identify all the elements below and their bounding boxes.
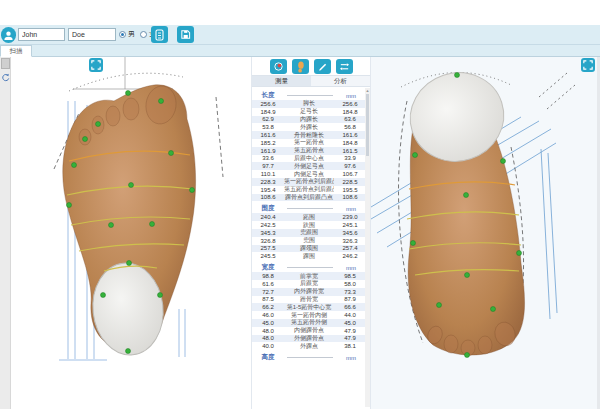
measurement-row[interactable]: 40.0外踝点38.1 (252, 342, 366, 350)
scrollbar-thumb[interactable] (366, 94, 369, 156)
collapsed-panel-icon[interactable] (1, 58, 10, 69)
edit-button[interactable] (314, 59, 331, 74)
measurement-value: 98.5 (334, 273, 366, 279)
measurement-value: 56.8 (334, 124, 366, 130)
measurement-value: 87.9 (334, 296, 366, 302)
measurement-value: 110.1 (252, 171, 284, 177)
measurement-value: 40.0 (252, 343, 284, 349)
save-icon (180, 29, 191, 40)
compare-button[interactable] (336, 59, 353, 74)
measurement-value: 108.6 (252, 194, 284, 200)
measurement-value: 195.4 (252, 187, 284, 193)
panel-tabs: 测量 分析 (252, 75, 370, 87)
measurement-value: 184.8 (334, 140, 366, 146)
measurement-value: 345.6 (334, 230, 366, 236)
measurement-table: 长度mm256.6脚长256.6184.9足弓长184.862.9内踝长63.6… (252, 88, 366, 409)
foot-tool-button[interactable] (292, 59, 309, 74)
measurement-row[interactable]: 108.6踝骨点到后跟凸点108.6 (252, 194, 366, 202)
compare-icon (339, 61, 350, 72)
measurement-row[interactable]: 245.5踝围246.2 (252, 252, 366, 260)
tab-scan[interactable]: 扫描 (0, 45, 32, 57)
landmark-button[interactable] (270, 59, 287, 74)
measurement-value: 242.5 (252, 222, 284, 228)
app-window: 男女 扫描 (0, 0, 600, 409)
measurement-value: 72.7 (252, 289, 284, 295)
measurement-value: 66.6 (334, 304, 366, 310)
measurement-value: 345.3 (252, 230, 284, 236)
left-foot-viewport[interactable] (11, 57, 251, 409)
foot-icon (295, 61, 306, 73)
measurement-label: 踝骨点到后跟凸点 (284, 193, 334, 202)
expand-icon (583, 60, 593, 70)
radio-dot-icon[interactable] (140, 31, 147, 38)
radio-label: 男 (128, 29, 135, 39)
measurement-value: 53.8 (252, 124, 284, 130)
user-button[interactable] (1, 27, 16, 43)
measurement-value: 195.5 (334, 187, 366, 193)
save-button[interactable] (177, 26, 194, 43)
expand-left-viewport-button[interactable] (89, 58, 103, 72)
section-divider (287, 267, 333, 268)
panel-scrollbar[interactable]: ▲ (365, 88, 370, 407)
measurement-label: 踝围 (284, 252, 334, 261)
section-divider (287, 208, 333, 209)
right-foot-render[interactable] (371, 57, 597, 409)
edit-icon (317, 61, 328, 72)
measurement-value: 47.9 (334, 328, 366, 334)
refresh-icon[interactable] (1, 73, 10, 82)
tab-analysis[interactable]: 分析 (311, 76, 370, 86)
measurement-value: 228.5 (334, 179, 366, 185)
unit-label: mm (336, 265, 366, 271)
measure-button[interactable] (151, 26, 168, 43)
measurement-value: 161.6 (252, 132, 284, 138)
measurement-value: 246.2 (334, 253, 366, 259)
measurement-value: 256.6 (334, 101, 366, 107)
panel-toolbar (252, 57, 370, 75)
expand-icon (91, 60, 101, 70)
radio-dot-icon[interactable] (119, 31, 126, 38)
ruler-icon (154, 29, 165, 41)
section-divider (287, 95, 333, 96)
last-name-input[interactable] (68, 28, 116, 41)
measurement-value: 33.9 (334, 155, 366, 161)
measurement-value: 184.9 (252, 109, 284, 115)
right-foot-viewport[interactable] (371, 57, 597, 409)
first-name-input[interactable] (18, 28, 65, 41)
unit-label: mm (336, 355, 366, 361)
measurement-value: 326.3 (334, 238, 366, 244)
measurement-value: 185.2 (252, 140, 284, 146)
left-side-strip (0, 57, 11, 409)
tab-bar: 扫描 (0, 45, 600, 57)
measurement-value: 245.5 (252, 253, 284, 259)
measurement-value: 245.1 (334, 222, 366, 228)
measurement-value: 48.0 (252, 335, 284, 341)
measurement-value: 240.4 (252, 214, 284, 220)
measurement-value: 257.4 (334, 245, 366, 251)
measurement-value: 106.7 (334, 171, 366, 177)
measurement-value: 33.6 (252, 155, 284, 161)
measurement-value: 184.8 (334, 109, 366, 115)
measurement-value: 161.5 (334, 148, 366, 154)
section-title: 宽度 (252, 263, 284, 272)
toolbar: 男女 (0, 25, 600, 45)
measurement-value: 61.6 (252, 281, 284, 287)
user-icon (3, 30, 14, 41)
left-foot-render[interactable] (11, 57, 251, 409)
section-header: 高度mm (252, 353, 366, 362)
scroll-up-icon[interactable]: ▲ (365, 88, 370, 93)
measurement-value: 228.3 (252, 179, 284, 185)
tab-measure[interactable]: 测量 (252, 76, 311, 86)
measurement-value: 66.2 (252, 304, 284, 310)
section-title: 长度 (252, 91, 284, 100)
measurement-value: 108.6 (334, 194, 366, 200)
landmark-icon (273, 61, 284, 72)
gender-radio-男[interactable]: 男 (119, 29, 135, 39)
measurement-value: 256.6 (252, 101, 284, 107)
section-title: 围度 (252, 204, 284, 213)
unit-label: mm (336, 93, 366, 99)
section-divider (287, 357, 333, 358)
section-title: 高度 (252, 353, 284, 362)
measurement-value: 239.0 (334, 214, 366, 220)
measurement-value: 38.1 (334, 343, 366, 349)
expand-right-viewport-button[interactable] (581, 58, 595, 72)
